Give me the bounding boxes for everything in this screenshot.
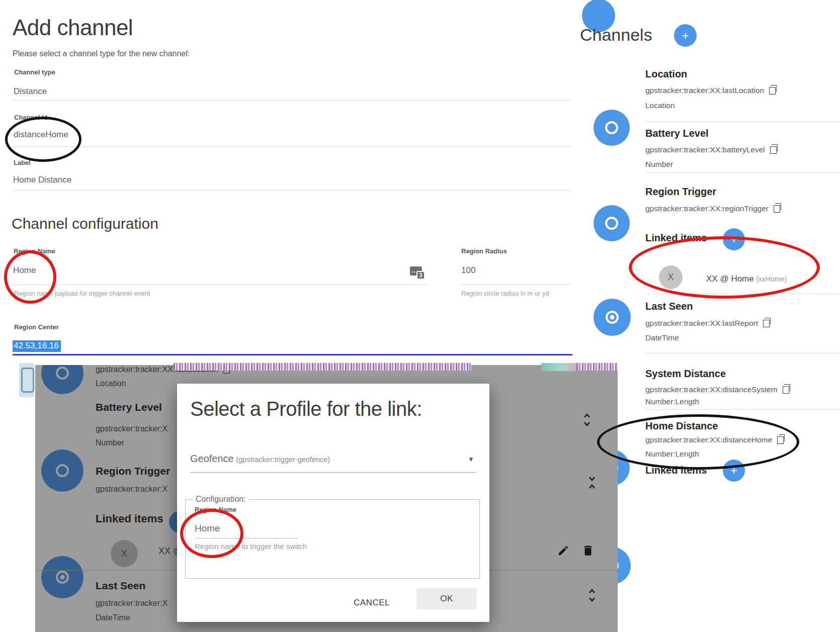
profile-select-underline xyxy=(190,472,476,473)
profile-dialog: Select a Profile for the link: Geofence … xyxy=(177,384,489,622)
bg-channel-title: Region Trigger xyxy=(96,465,170,477)
add-linked-item-button[interactable]: + xyxy=(723,228,745,250)
dialog-region-name-label: Region Name xyxy=(195,506,236,513)
config-heading: Channel configuration xyxy=(12,215,158,232)
copy-icon[interactable] xyxy=(783,386,789,394)
divider xyxy=(645,172,840,173)
channel-uid-row: gpstracker:tracker:XX:distanceHome xyxy=(645,435,784,444)
region-radius-label: Region Radius xyxy=(461,247,507,255)
copy-icon[interactable] xyxy=(770,146,777,154)
screen: Add channel Please select a channel type… xyxy=(0,0,840,632)
channel-uid-row: gpstracker:tracker:XX:distanceSystem xyxy=(645,385,789,394)
radio-icon xyxy=(56,464,69,477)
trash-icon xyxy=(581,544,595,557)
bg-channel-title: Last Seen xyxy=(96,580,145,592)
region-name-input[interactable]: Home xyxy=(13,265,36,276)
caret-down-icon[interactable]: ▼ xyxy=(468,456,474,463)
channel-battery-icon xyxy=(594,205,630,241)
page-title: Add channel xyxy=(13,15,133,40)
label-field-input[interactable]: Home Distance xyxy=(13,175,71,185)
linked-item[interactable]: XX @ Home (xxHome) xyxy=(706,274,787,284)
copy-icon[interactable] xyxy=(777,436,784,444)
channel-title: System Distance xyxy=(645,368,726,380)
channel-uid-row: gpstracker:tracker:XX:batteryLevel xyxy=(645,145,777,154)
configuration-fieldset: Configuration: Region Name Home Region n… xyxy=(185,499,480,579)
label-field-label: Label xyxy=(14,159,31,166)
profile-select-value: Geofence xyxy=(190,453,234,464)
glitch-artifact xyxy=(174,363,471,371)
channel-type: Number:Length xyxy=(645,397,699,406)
channel-type: Number:Length xyxy=(645,449,699,459)
dialog-title: Select a Profile for the link: xyxy=(190,398,422,420)
channel-id-input[interactable]: distanceHome xyxy=(14,130,68,140)
radio-checked-icon xyxy=(606,311,619,324)
bg-linked-item-avatar: X xyxy=(111,540,138,567)
channel-type: Location xyxy=(645,101,675,110)
bg-linked-items-heading: Linked items xyxy=(96,512,163,525)
glitch-artifact xyxy=(541,363,576,371)
channel-title: Region Trigger xyxy=(645,186,716,198)
channel-title: Location xyxy=(645,68,687,80)
linked-items-heading: Linked items xyxy=(645,465,707,476)
region-name-label: Region Name xyxy=(14,247,55,255)
channel-id-label: Channel Id xyxy=(14,114,47,121)
divider xyxy=(645,409,840,410)
channel-uid-row: gpstracker:tracker:XX:regionTrigger xyxy=(645,204,780,213)
channel-type-label: Channel type xyxy=(14,68,55,76)
channel-location-icon xyxy=(594,110,630,146)
region-center-label: Region Center xyxy=(14,323,59,331)
region-radius-input[interactable]: 100 xyxy=(461,265,475,276)
channel-uid: gpstracker:tracker:XX:lastReport xyxy=(645,319,758,328)
linked-item-avatar: X xyxy=(659,265,683,289)
channel-uid: gpstracker:tracker:XX:distanceSystem xyxy=(645,385,778,394)
channel-uid: gpstracker:tracker:XX:batteryLevel xyxy=(645,145,765,154)
region-center-focus-underline xyxy=(13,354,572,355)
channel-type: DateTime xyxy=(645,333,679,342)
region-center-input[interactable]: 42.53,16.16 xyxy=(13,340,61,352)
add-linked-item-button[interactable]: + xyxy=(723,460,745,482)
bg-channel-icon xyxy=(41,449,83,492)
bg-channel-uid: gpstracker:tracker:X xyxy=(96,424,167,433)
channel-title: Home Distance xyxy=(645,420,718,432)
ok-button[interactable]: OK xyxy=(416,588,477,609)
bg-channel-type: Number xyxy=(96,438,124,447)
keyboard-icon[interactable]: ... 3 xyxy=(410,266,422,276)
copy-icon[interactable] xyxy=(774,205,780,213)
channels-panel-title: Channels xyxy=(580,25,652,45)
pencil-icon xyxy=(557,545,569,557)
region-radius-underline xyxy=(459,285,571,285)
bg-channel-icon xyxy=(41,365,83,394)
channel-uid-row: gpstracker:tracker:XX:lastLocation xyxy=(645,86,776,95)
channel-uid: gpstracker:tracker:XX:lastLocation xyxy=(645,86,764,95)
channel-type-value[interactable]: Distance xyxy=(14,86,47,97)
dialog-region-name-input[interactable]: Home xyxy=(195,523,220,534)
dialog-region-name-helper: Region name to trigger the switch xyxy=(195,542,307,551)
divider xyxy=(645,294,840,294)
channel-type: Number xyxy=(645,160,673,169)
region-radius-helper: Region circle radius in m or yd xyxy=(461,290,549,297)
profile-select[interactable]: Geofence (gpstracker:trigger-geofence) xyxy=(190,453,330,465)
linked-items-heading: Linked items xyxy=(645,232,707,244)
channel-title: Last Seen xyxy=(645,301,693,312)
divider xyxy=(645,122,840,122)
map-thumbnail xyxy=(19,363,34,397)
label-field-underline xyxy=(13,190,571,191)
cancel-button[interactable]: CANCEL xyxy=(344,594,399,612)
dialog-region-name-underline xyxy=(195,538,297,538)
bg-channel-uid: gpstracker:tracker:X xyxy=(96,599,167,608)
unfold-less-icon xyxy=(587,475,597,490)
page-subtitle: Please select a channel type for the new… xyxy=(13,49,190,58)
radio-icon xyxy=(605,217,618,230)
keyboard-icon-badge: 3 xyxy=(416,271,425,280)
channel-title: Battery Level xyxy=(645,128,709,139)
channel-id-underline xyxy=(13,146,571,147)
channel-uid: gpstracker:tracker:XX:distanceHome xyxy=(645,435,772,444)
bg-channel-title: Battery Level xyxy=(96,401,162,413)
bg-channel-type: DateTime xyxy=(96,613,130,622)
add-channel-button[interactable]: + xyxy=(674,24,697,47)
copy-icon[interactable] xyxy=(769,87,776,95)
copy-icon[interactable] xyxy=(763,320,770,327)
channel-type-underline xyxy=(13,100,571,101)
bg-channel-uid: gpstracker:tracker:X xyxy=(96,485,167,494)
bg-channel-type: Location xyxy=(96,379,126,388)
